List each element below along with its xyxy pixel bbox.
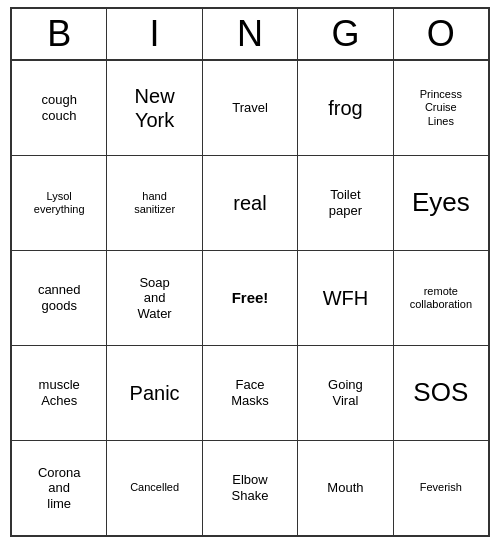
header-letter-B: B	[12, 9, 107, 59]
header-letter-I: I	[107, 9, 202, 59]
header-letter-N: N	[203, 9, 298, 59]
bingo-cell-1-2: real	[203, 156, 298, 250]
bingo-cell-3-3: GoingViral	[298, 346, 393, 440]
bingo-cell-2-4: remotecollaboration	[394, 251, 488, 345]
bingo-cell-0-0: coughcouch	[12, 61, 107, 155]
bingo-cell-1-0: Lysoleverything	[12, 156, 107, 250]
bingo-cell-1-4: Eyes	[394, 156, 488, 250]
bingo-cell-0-2: Travel	[203, 61, 298, 155]
bingo-cell-1-3: Toiletpaper	[298, 156, 393, 250]
bingo-cell-3-4: SOS	[394, 346, 488, 440]
bingo-cell-0-4: PrincessCruiseLines	[394, 61, 488, 155]
bingo-cell-2-0: cannedgoods	[12, 251, 107, 345]
header-letter-G: G	[298, 9, 393, 59]
bingo-header: BINGO	[12, 9, 488, 61]
bingo-cell-4-0: Coronaandlime	[12, 441, 107, 535]
bingo-cell-3-2: FaceMasks	[203, 346, 298, 440]
bingo-cell-2-3: WFH	[298, 251, 393, 345]
bingo-row-1: LysoleverythinghandsanitizerrealToiletpa…	[12, 156, 488, 251]
bingo-body: coughcouchNewYorkTravelfrogPrincessCruis…	[12, 61, 488, 535]
bingo-cell-2-2: Free!	[203, 251, 298, 345]
bingo-cell-1-1: handsanitizer	[107, 156, 202, 250]
bingo-cell-3-1: Panic	[107, 346, 202, 440]
bingo-cell-2-1: SoapandWater	[107, 251, 202, 345]
bingo-row-2: cannedgoodsSoapandWaterFree!WFHremotecol…	[12, 251, 488, 346]
header-letter-O: O	[394, 9, 488, 59]
bingo-row-0: coughcouchNewYorkTravelfrogPrincessCruis…	[12, 61, 488, 156]
bingo-cell-4-1: Cancelled	[107, 441, 202, 535]
bingo-cell-0-1: NewYork	[107, 61, 202, 155]
bingo-cell-4-3: Mouth	[298, 441, 393, 535]
bingo-row-4: CoronaandlimeCancelledElbowShakeMouthFev…	[12, 441, 488, 535]
bingo-cell-4-2: ElbowShake	[203, 441, 298, 535]
bingo-card: BINGO coughcouchNewYorkTravelfrogPrinces…	[10, 7, 490, 537]
bingo-cell-0-3: frog	[298, 61, 393, 155]
bingo-row-3: muscleAchesPanicFaceMasksGoingViralSOS	[12, 346, 488, 441]
bingo-cell-4-4: Feverish	[394, 441, 488, 535]
bingo-cell-3-0: muscleAches	[12, 346, 107, 440]
